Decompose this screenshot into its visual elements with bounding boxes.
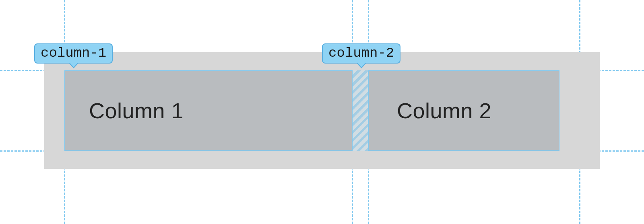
cell-label: Column 1 xyxy=(65,98,184,123)
grid-track-badge-column-1[interactable]: column-1 xyxy=(34,43,113,64)
badge-label: column-2 xyxy=(328,45,394,61)
badge-label: column-1 xyxy=(41,45,106,61)
grid-container: Column 1 Column 2 xyxy=(44,52,600,169)
cell-label: Column 2 xyxy=(369,98,491,123)
grid-cell-column-1: Column 1 xyxy=(64,70,352,151)
grid-track-badge-column-2[interactable]: column-2 xyxy=(322,43,400,64)
grid-cell-column-2: Column 2 xyxy=(368,70,559,151)
